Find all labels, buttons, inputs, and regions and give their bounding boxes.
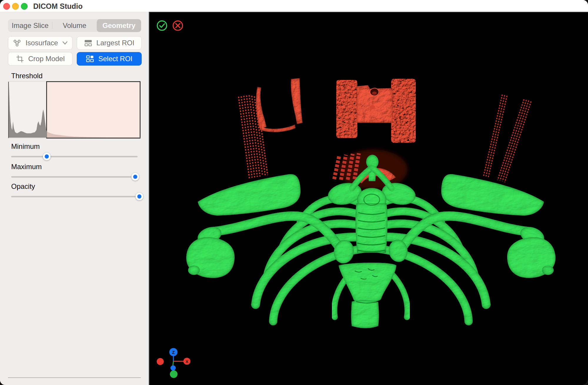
red-stipple-column-left [238, 95, 268, 179]
molecule-trefoil-icon [13, 39, 21, 47]
title-bar: DICOM Studio [0, 0, 588, 12]
maximum-slider-thumb[interactable] [131, 173, 139, 181]
tab-volume[interactable]: Volume [52, 19, 97, 32]
isosurface-label: Isosurface [26, 39, 58, 47]
orientation-axes-widget[interactable]: Z X [157, 348, 191, 378]
red-center-block [336, 79, 416, 143]
select-roi-button[interactable]: Select ROI [77, 52, 142, 66]
viewport-toolbar [157, 21, 183, 30]
negative-z-axis-ball [171, 365, 176, 371]
maximum-slider-track[interactable] [11, 176, 138, 178]
crop-model-button[interactable]: Crop Model [8, 52, 73, 66]
crop-model-label: Crop Model [28, 55, 65, 63]
maximum-label: Maximum [11, 163, 42, 171]
close-window-button[interactable] [3, 3, 10, 10]
x-icon [176, 24, 180, 28]
confirm-button[interactable] [157, 21, 167, 30]
minimum-slider-thumb[interactable] [43, 153, 51, 160]
tab-volume-label: Volume [63, 21, 86, 30]
z-axis-label: Z [172, 350, 175, 355]
negative-x-axis-ball [157, 358, 164, 365]
grid-layout-icon [84, 39, 92, 47]
isosurface-dropdown-button[interactable]: Isosurface [8, 36, 73, 50]
largest-roi-label: Largest ROI [96, 39, 134, 47]
view-mode-tabs: Image Slice Volume Geometry [8, 19, 141, 32]
red-stipple-strips-right [484, 95, 531, 182]
threshold-label: Threshold [11, 72, 43, 80]
sternum-segment [351, 300, 379, 328]
threshold-selection-region[interactable] [47, 82, 140, 138]
tab-geometry-label: Geometry [102, 21, 135, 30]
minimum-label: Minimum [11, 142, 40, 151]
red-u-structure [256, 78, 303, 132]
cancel-button[interactable] [173, 21, 183, 30]
opacity-slider[interactable] [8, 192, 141, 201]
crop-icon [16, 55, 24, 63]
window-title: DICOM Studio [33, 2, 83, 11]
render-viewport[interactable]: Z X [149, 12, 588, 385]
opacity-slider-thumb[interactable] [136, 193, 143, 200]
sidebar: Image Slice Volume Geometry Isosurface [0, 12, 149, 385]
zoom-window-button[interactable] [21, 3, 28, 10]
right-scapula [441, 174, 544, 216]
largest-roi-button[interactable]: Largest ROI [77, 36, 142, 50]
opacity-slider-track[interactable] [11, 196, 138, 197]
app-window: DICOM Studio Image Slice Volume Geometry [0, 0, 588, 385]
minimum-slider[interactable] [8, 152, 141, 161]
dashboard-grid-icon [86, 55, 94, 63]
tab-image-slice[interactable]: Image Slice [8, 19, 52, 32]
chevron-down-icon [62, 41, 68, 45]
y-axis-ball [170, 370, 178, 378]
maximum-slider[interactable] [8, 173, 141, 181]
threshold-histogram[interactable] [8, 81, 141, 139]
tab-image-slice-label: Image Slice [12, 21, 49, 30]
green-skeleton [186, 155, 555, 328]
opacity-label: Opacity [11, 182, 35, 191]
manubrium [339, 263, 397, 302]
tab-geometry[interactable]: Geometry [97, 19, 141, 32]
x-axis-label: X [186, 359, 188, 364]
3d-render-canvas[interactable]: Z X [149, 12, 588, 385]
check-icon [160, 24, 164, 27]
sidebar-bottom-separator [8, 377, 141, 378]
select-roi-label: Select ROI [98, 55, 132, 63]
red-structures [238, 78, 531, 189]
minimize-window-button[interactable] [12, 3, 19, 10]
minimum-slider-track[interactable] [11, 156, 138, 157]
left-scapula [198, 174, 301, 216]
